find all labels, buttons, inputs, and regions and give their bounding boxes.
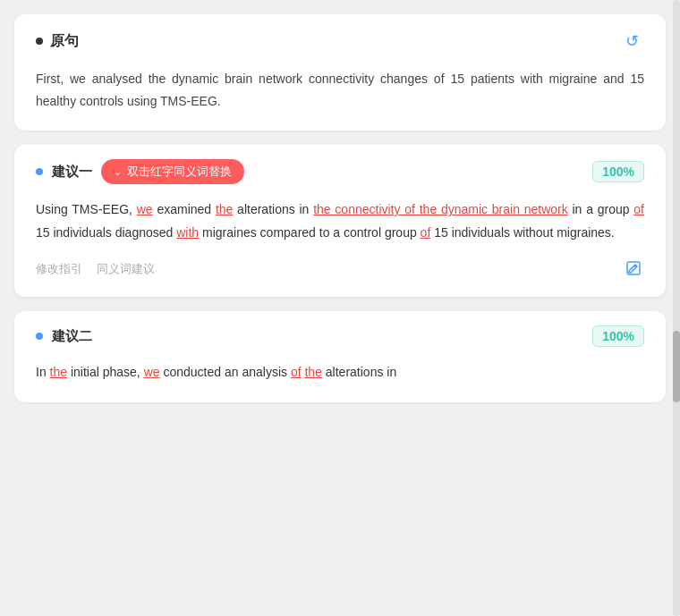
suggestion2-card: 建议二 100% In the initial phase, we conduc… xyxy=(14,311,666,402)
modification-guide-link[interactable]: 修改指引 xyxy=(36,261,82,277)
body-part-3: alterations in xyxy=(233,202,313,216)
body-part-4: in a group xyxy=(568,202,634,216)
body-part-the1[interactable]: the xyxy=(216,202,233,216)
body-part-of1[interactable]: of xyxy=(633,202,644,216)
body-part-with[interactable]: with xyxy=(176,225,199,240)
the2-link-s2[interactable]: the xyxy=(304,365,321,379)
bullet-blue-icon2 xyxy=(36,333,43,340)
body-part-connectivity[interactable]: the connectivity of the dynamic brain ne… xyxy=(313,202,568,216)
edit-button[interactable] xyxy=(625,259,644,279)
body-part-1: Using TMS-EEG, xyxy=(36,202,137,216)
suggestion2-title-text: 建议二 xyxy=(52,328,92,345)
synonym-suggestion-link[interactable]: 同义词建议 xyxy=(97,261,155,277)
suggestion1-footer: 修改指引 同义词建议 xyxy=(36,259,644,279)
we-link-s2[interactable]: we xyxy=(144,365,160,379)
body-part-of2[interactable]: of xyxy=(421,225,431,240)
refresh-button[interactable]: ↺ xyxy=(619,29,644,54)
original-card: 原句 ↺ First, we analysed the dynamic brai… xyxy=(14,14,666,131)
body-part-2: examined xyxy=(153,202,216,216)
suggestion2-header: 建议二 100% xyxy=(36,325,644,347)
body-part-7: 15 individuals without migraines. xyxy=(430,225,614,240)
original-text: First, we analysed the dynamic brain net… xyxy=(36,68,644,113)
bullet-icon xyxy=(36,38,43,45)
score-badge2: 100% xyxy=(592,325,644,347)
score-badge1: 100% xyxy=(592,161,644,182)
synonym-btn-label: 双击红字同义词替换 xyxy=(127,164,232,180)
scrollbar-thumb[interactable] xyxy=(673,331,680,402)
page-container: 原句 ↺ First, we analysed the dynamic brai… xyxy=(0,0,680,616)
body-part-6: migraines compared to a control group xyxy=(199,225,420,240)
suggestion1-card: 建议一 ⌄ 双击红字同义词替换 100% Using TMS-EEG, we e… xyxy=(14,145,666,297)
synonym-replace-button[interactable]: ⌄ 双击红字同义词替换 xyxy=(101,159,244,184)
arrow-icon: ⌄ xyxy=(114,166,122,178)
suggestion2-partial-text: In the initial phase, we conducted an an… xyxy=(36,361,644,384)
original-title-text: 原句 xyxy=(50,32,79,51)
the-link-s2[interactable]: the xyxy=(50,365,67,379)
suggestion1-title-row: 建议一 ⌄ 双击红字同义词替换 xyxy=(36,159,244,184)
body-part-we[interactable]: we xyxy=(137,202,153,216)
bullet-blue-icon xyxy=(36,168,43,175)
suggestion2-title-row: 建议二 xyxy=(36,328,92,345)
footer-links: 修改指引 同义词建议 xyxy=(36,261,155,277)
suggestion1-title-text: 建议一 xyxy=(52,164,92,181)
suggestion1-header: 建议一 ⌄ 双击红字同义词替换 100% xyxy=(36,159,644,184)
original-card-title: 原句 xyxy=(36,32,79,51)
original-card-header: 原句 ↺ xyxy=(36,29,644,54)
suggestion1-body: Using TMS-EEG, we examined the alteratio… xyxy=(36,198,644,245)
of-link-s2[interactable]: of xyxy=(291,365,302,379)
body-part-5: 15 individuals diagnosed xyxy=(36,225,176,240)
